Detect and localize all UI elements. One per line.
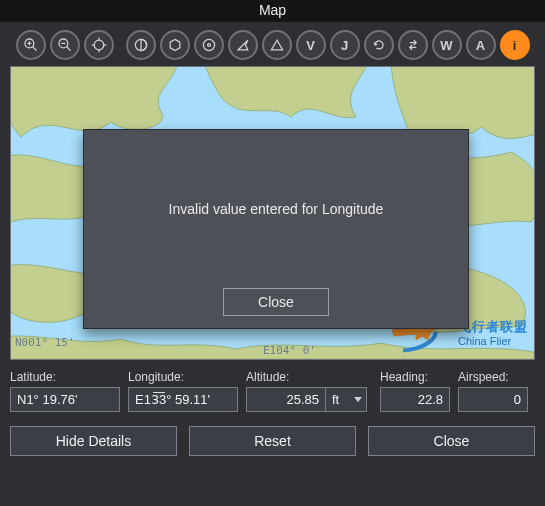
airspeed-input[interactable] — [458, 387, 528, 412]
heading-field: Heading: — [380, 370, 450, 412]
longitude-input[interactable] — [128, 387, 238, 412]
map-lon-gridlabel: E104° 0' — [263, 344, 316, 357]
map-canvas[interactable]: N001° 15' E104° 0' Invalid value entered… — [10, 66, 535, 360]
letter-a-icon[interactable]: A — [466, 30, 496, 60]
map-lat-gridlabel: N001° 15' — [15, 336, 75, 349]
contrast-icon[interactable] — [126, 30, 156, 60]
info-icon[interactable]: i — [500, 30, 530, 60]
airspeed-label: Airspeed: — [458, 370, 528, 384]
error-message: Invalid value entered for Longitude — [169, 130, 384, 288]
target-icon[interactable] — [194, 30, 224, 60]
coordinates-form: Latitude: Longitude: Altitude: ft Headin… — [0, 360, 545, 416]
chevron-down-icon — [354, 397, 362, 402]
longitude-label: Longitude: — [128, 370, 238, 384]
latitude-input[interactable] — [10, 387, 120, 412]
altitude-input[interactable] — [246, 387, 326, 412]
hide-details-button[interactable]: Hide Details — [10, 426, 177, 456]
heading-input[interactable] — [380, 387, 450, 412]
svg-marker-16 — [271, 40, 282, 50]
svg-point-14 — [203, 39, 214, 50]
refresh-icon[interactable] — [364, 30, 394, 60]
map-window: Map VJWAi N001° 15' E104° 0' — [0, 0, 545, 506]
longitude-field: Longitude: — [128, 370, 238, 412]
svg-marker-13 — [170, 39, 180, 50]
svg-line-5 — [66, 47, 70, 51]
altitude-unit-select[interactable]: ft — [325, 387, 367, 412]
letter-w-icon[interactable]: W — [432, 30, 462, 60]
triangle-icon[interactable] — [262, 30, 292, 60]
center-icon[interactable] — [84, 30, 114, 60]
airspeed-field: Airspeed: — [458, 370, 528, 412]
zoom-in-icon[interactable] — [16, 30, 46, 60]
toolbar: VJWAi — [0, 22, 545, 66]
zoom-out-icon[interactable] — [50, 30, 80, 60]
svg-point-7 — [94, 40, 104, 50]
reset-button[interactable]: Reset — [189, 426, 356, 456]
title-bar: Map — [0, 0, 545, 22]
altitude-field: Altitude: ft — [246, 370, 372, 412]
svg-point-15 — [207, 44, 210, 47]
altitude-label: Altitude: — [246, 370, 372, 384]
svg-line-1 — [32, 47, 36, 51]
dialog-close-button[interactable]: Close — [223, 288, 329, 316]
latitude-field: Latitude: — [10, 370, 120, 412]
close-button[interactable]: Close — [368, 426, 535, 456]
window-title: Map — [259, 2, 286, 18]
letter-j-icon[interactable]: J — [330, 30, 360, 60]
bottom-button-row: Hide Details Reset Close — [0, 416, 545, 456]
reverse-icon[interactable] — [398, 30, 428, 60]
altitude-unit-value: ft — [332, 392, 339, 407]
heading-label: Heading: — [380, 370, 450, 384]
hex-icon[interactable] — [160, 30, 190, 60]
error-dialog: Invalid value entered for Longitude Clos… — [83, 129, 469, 329]
arrow-icon[interactable] — [228, 30, 258, 60]
letter-v-icon[interactable]: V — [296, 30, 326, 60]
latitude-label: Latitude: — [10, 370, 120, 384]
